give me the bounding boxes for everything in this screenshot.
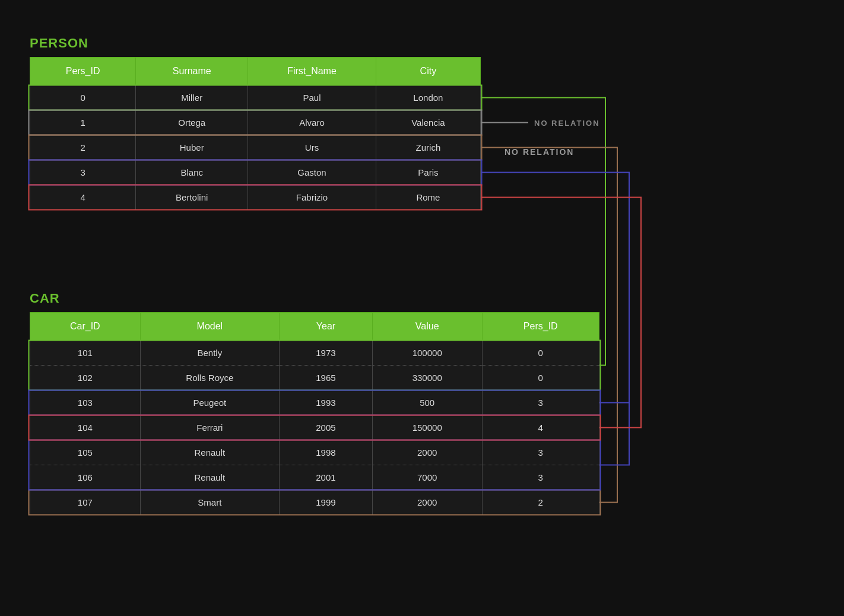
car-row: 101 Bently 1973 100000 0 bbox=[30, 341, 599, 366]
main-container: PERSON Pers_ID Surname First_Name City 0… bbox=[18, 18, 825, 599]
car-cell-model: Renault bbox=[140, 440, 279, 465]
person-row: 2 Huber Urs Zurich bbox=[30, 135, 481, 160]
car-row: 107 Smart 1999 2000 2 bbox=[30, 490, 599, 515]
person-cell-first-name: Paul bbox=[248, 85, 376, 110]
car-header-value: Value bbox=[372, 313, 482, 341]
car-cell-pers-id: 3 bbox=[482, 390, 599, 415]
car-row: 106 Renault 2001 7000 3 bbox=[30, 465, 599, 490]
car-cell-car-id: 101 bbox=[30, 341, 141, 366]
car-cell-pers-id: 0 bbox=[482, 341, 599, 366]
person-cell-city: Rome bbox=[376, 185, 480, 210]
car-cell-car-id: 107 bbox=[30, 490, 141, 515]
person-cell-pers-id: 3 bbox=[30, 160, 136, 185]
car-cell-value: 100000 bbox=[372, 341, 482, 366]
car-cell-model: Rolls Royce bbox=[140, 366, 279, 390]
car-cell-model: Renault bbox=[140, 465, 279, 490]
person-cell-city: London bbox=[376, 85, 480, 110]
car-cell-pers-id: 0 bbox=[482, 366, 599, 390]
person-header-surname: Surname bbox=[136, 58, 248, 85]
person-cell-pers-id: 0 bbox=[30, 85, 136, 110]
person-cell-surname: Bertolini bbox=[136, 185, 248, 210]
person-row: 0 Miller Paul London bbox=[30, 85, 481, 110]
car-cell-car-id: 102 bbox=[30, 366, 141, 390]
car-cell-value: 330000 bbox=[372, 366, 482, 390]
person-cell-city: Valencia bbox=[376, 110, 480, 135]
car-header-pers-id: Pers_ID bbox=[482, 313, 599, 341]
svg-text:NO RELATION: NO RELATION bbox=[534, 119, 600, 128]
car-header-car-id: Car_ID bbox=[30, 313, 141, 341]
person-row: 4 Bertolini Fabrizio Rome bbox=[30, 185, 481, 210]
person-cell-city: Zurich bbox=[376, 135, 480, 160]
person-header-pers-id: Pers_ID bbox=[30, 58, 136, 85]
car-row: 102 Rolls Royce 1965 330000 0 bbox=[30, 366, 599, 390]
car-cell-model: Smart bbox=[140, 490, 279, 515]
car-cell-pers-id: 2 bbox=[482, 490, 599, 515]
person-cell-pers-id: 1 bbox=[30, 110, 136, 135]
person-cell-first-name: Urs bbox=[248, 135, 376, 160]
car-header-row: Car_ID Model Year Value Pers_ID bbox=[30, 313, 599, 341]
person-section: PERSON Pers_ID Surname First_Name City 0… bbox=[30, 36, 481, 210]
car-row: 103 Peugeot 1993 500 3 bbox=[30, 390, 599, 415]
person-table: Pers_ID Surname First_Name City 0 Miller… bbox=[30, 57, 481, 210]
person-cell-first-name: Gaston bbox=[248, 160, 376, 185]
car-cell-year: 2001 bbox=[280, 465, 373, 490]
person-cell-surname: Blanc bbox=[136, 160, 248, 185]
car-header-model: Model bbox=[140, 313, 279, 341]
car-cell-year: 1999 bbox=[280, 490, 373, 515]
car-cell-pers-id: 3 bbox=[482, 465, 599, 490]
car-cell-model: Bently bbox=[140, 341, 279, 366]
car-cell-pers-id: 3 bbox=[482, 440, 599, 465]
person-row: 3 Blanc Gaston Paris bbox=[30, 160, 481, 185]
person-header-first-name: First_Name bbox=[248, 58, 376, 85]
car-cell-car-id: 105 bbox=[30, 440, 141, 465]
car-table: Car_ID Model Year Value Pers_ID 101 Bent… bbox=[30, 312, 599, 515]
person-cell-pers-id: 4 bbox=[30, 185, 136, 210]
person-cell-surname: Huber bbox=[136, 135, 248, 160]
car-cell-value: 150000 bbox=[372, 415, 482, 440]
car-cell-car-id: 103 bbox=[30, 390, 141, 415]
person-cell-surname: Ortega bbox=[136, 110, 248, 135]
person-cell-first-name: Fabrizio bbox=[248, 185, 376, 210]
car-table-label: CAR bbox=[30, 291, 599, 306]
person-cell-city: Paris bbox=[376, 160, 480, 185]
car-section: CAR Car_ID Model Year Value Pers_ID 101 … bbox=[30, 291, 599, 515]
person-cell-first-name: Alvaro bbox=[248, 110, 376, 135]
car-cell-model: Peugeot bbox=[140, 390, 279, 415]
person-header-city: City bbox=[376, 58, 480, 85]
car-cell-value: 2000 bbox=[372, 440, 482, 465]
person-tbody: 0 Miller Paul London 1 Ortega Alvaro Val… bbox=[30, 85, 481, 210]
no-relation-label: NO RELATION bbox=[505, 147, 574, 157]
car-cell-value: 2000 bbox=[372, 490, 482, 515]
car-cell-year: 1973 bbox=[280, 341, 373, 366]
person-header-row: Pers_ID Surname First_Name City bbox=[30, 58, 481, 85]
person-cell-pers-id: 2 bbox=[30, 135, 136, 160]
person-row: 1 Ortega Alvaro Valencia bbox=[30, 110, 481, 135]
car-row: 104 Ferrari 2005 150000 4 bbox=[30, 415, 599, 440]
car-cell-car-id: 106 bbox=[30, 465, 141, 490]
car-cell-year: 1993 bbox=[280, 390, 373, 415]
car-cell-pers-id: 4 bbox=[482, 415, 599, 440]
person-cell-surname: Miller bbox=[136, 85, 248, 110]
car-cell-model: Ferrari bbox=[140, 415, 279, 440]
car-cell-value: 7000 bbox=[372, 465, 482, 490]
person-table-label: PERSON bbox=[30, 36, 481, 51]
car-cell-value: 500 bbox=[372, 390, 482, 415]
car-header-year: Year bbox=[280, 313, 373, 341]
car-cell-car-id: 104 bbox=[30, 415, 141, 440]
car-row: 105 Renault 1998 2000 3 bbox=[30, 440, 599, 465]
car-cell-year: 1965 bbox=[280, 366, 373, 390]
car-cell-year: 1998 bbox=[280, 440, 373, 465]
car-cell-year: 2005 bbox=[280, 415, 373, 440]
car-tbody: 101 Bently 1973 100000 0 102 Rolls Royce… bbox=[30, 341, 599, 515]
